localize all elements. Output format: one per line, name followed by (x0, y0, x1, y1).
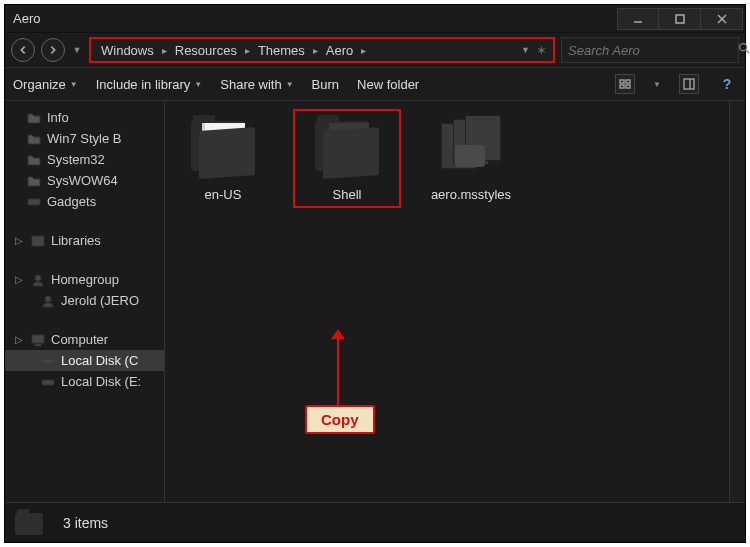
item-label: aero.msstyles (431, 187, 511, 202)
svg-rect-9 (626, 85, 630, 88)
computer-icon (31, 333, 45, 347)
include-library-button[interactable]: Include in library▼ (96, 77, 203, 92)
share-with-button[interactable]: Share with▼ (220, 77, 293, 92)
titlebar: Aero (5, 5, 745, 33)
back-button[interactable] (11, 38, 35, 62)
libraries-icon (31, 234, 45, 248)
svg-rect-8 (620, 85, 624, 88)
tree-label: Local Disk (E: (61, 374, 141, 389)
folder-item-shell[interactable]: Shell (299, 115, 395, 202)
annotation-arrow (337, 337, 339, 411)
tree-item-local-c[interactable]: Local Disk (C (5, 350, 164, 371)
scrollbar[interactable] (729, 101, 745, 502)
chevron-right-icon[interactable]: ▸ (160, 45, 169, 56)
folder-item-enus[interactable]: en-US (175, 115, 271, 202)
items-view[interactable]: en-US Shell aero.msstyles Copy (165, 101, 745, 502)
breadcrumb-item[interactable]: Themes (254, 41, 309, 60)
breadcrumb-bar[interactable]: Windows ▸ Resources ▸ Themes ▸ Aero ▸ ▼ … (89, 37, 555, 63)
preview-pane-button[interactable] (679, 74, 699, 94)
folder-icon (27, 132, 41, 146)
breadcrumb-item[interactable]: Windows (97, 41, 158, 60)
tree-label: SysWOW64 (47, 173, 118, 188)
folder-icon (311, 115, 383, 181)
search-icon[interactable] (737, 41, 750, 59)
drive-icon (41, 375, 55, 389)
expand-icon[interactable]: ▷ (15, 274, 25, 285)
item-label: Shell (333, 187, 362, 202)
organize-button[interactable]: Organize▼ (13, 77, 78, 92)
expand-icon[interactable]: ▷ (15, 334, 25, 345)
chevron-down-icon[interactable]: ▼ (653, 80, 661, 89)
tree-item[interactable]: Gadgets (5, 191, 164, 212)
navigation-pane: Info Win7 Style B System32 SysWOW64 Gadg… (5, 101, 165, 502)
svg-rect-7 (626, 80, 630, 83)
folder-icon (27, 111, 41, 125)
drive-icon (41, 354, 55, 368)
status-item-count: 3 items (63, 515, 108, 531)
chevron-down-icon: ▼ (286, 80, 294, 89)
chevron-right-icon[interactable]: ▸ (359, 45, 368, 56)
svg-rect-18 (42, 359, 54, 364)
file-item-aero-msstyles[interactable]: aero.msstyles (423, 115, 519, 202)
user-icon (41, 294, 55, 308)
tree-label: Gadgets (47, 194, 96, 209)
svg-point-14 (35, 275, 41, 281)
search-box[interactable] (561, 37, 739, 63)
explorer-window: Aero ▼ Windows ▸ Resources ▸ Themes ▸ Ae… (4, 4, 746, 543)
breadcrumb-item[interactable]: Aero (322, 41, 357, 60)
tree-label: Win7 Style B (47, 131, 121, 146)
item-label: en-US (205, 187, 242, 202)
msstyles-icon (435, 115, 507, 181)
tree-label: Local Disk (C (61, 353, 138, 368)
svg-rect-12 (28, 199, 40, 205)
tree-item[interactable]: System32 (5, 149, 164, 170)
svg-rect-6 (620, 80, 624, 83)
minimize-button[interactable] (617, 8, 659, 30)
history-dropdown[interactable]: ▼ (71, 41, 83, 59)
annotation-copy-label: Copy (305, 405, 375, 434)
nav-bar: ▼ Windows ▸ Resources ▸ Themes ▸ Aero ▸ … (5, 33, 745, 67)
expand-icon[interactable]: ▷ (15, 235, 25, 246)
tree-item[interactable]: Jerold (JERO (5, 290, 164, 311)
view-options-button[interactable] (615, 74, 635, 94)
refresh-icon[interactable]: ✶ (536, 43, 547, 58)
svg-line-5 (746, 50, 750, 54)
new-folder-button[interactable]: New folder (357, 77, 419, 92)
computer-group[interactable]: ▷Computer (5, 329, 164, 350)
forward-button[interactable] (41, 38, 65, 62)
chevron-down-icon: ▼ (70, 80, 78, 89)
status-bar: 3 items (5, 502, 745, 542)
tree-item[interactable]: Win7 Style B (5, 128, 164, 149)
gadgets-icon (27, 195, 41, 209)
maximize-button[interactable] (659, 8, 701, 30)
folder-icon (27, 153, 41, 167)
tree-item-local-e[interactable]: Local Disk (E: (5, 371, 164, 392)
chevron-right-icon[interactable]: ▸ (243, 45, 252, 56)
tree-label: Computer (51, 332, 108, 347)
svg-rect-1 (676, 15, 684, 23)
folder-icon (27, 174, 41, 188)
search-input[interactable] (568, 43, 737, 58)
help-button[interactable]: ? (717, 74, 737, 94)
svg-point-15 (45, 296, 51, 302)
svg-point-4 (740, 44, 747, 51)
address-dropdown-icon[interactable]: ▼ (521, 45, 530, 55)
tree-item[interactable]: SysWOW64 (5, 170, 164, 191)
close-button[interactable] (701, 8, 743, 30)
svg-rect-17 (35, 344, 41, 346)
homegroup-icon (31, 273, 45, 287)
chevron-right-icon[interactable]: ▸ (311, 45, 320, 56)
folder-icon (15, 509, 49, 537)
tree-label: Jerold (JERO (61, 293, 139, 308)
window-controls (617, 8, 743, 30)
tree-label: Info (47, 110, 69, 125)
folder-icon (187, 115, 259, 181)
command-bar: Organize▼ Include in library▼ Share with… (5, 67, 745, 101)
tree-item[interactable]: Info (5, 107, 164, 128)
libraries-group[interactable]: ▷Libraries (5, 230, 164, 251)
burn-button[interactable]: Burn (312, 77, 339, 92)
tree-label: System32 (47, 152, 105, 167)
breadcrumb-item[interactable]: Resources (171, 41, 241, 60)
homegroup-group[interactable]: ▷Homegroup (5, 269, 164, 290)
svg-rect-13 (32, 236, 44, 246)
